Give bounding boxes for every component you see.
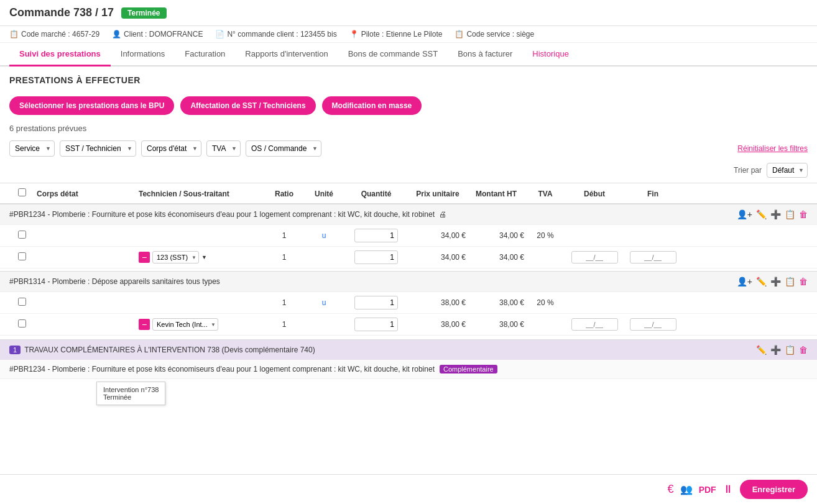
- row-montant-g2-sst: 38,00 €: [468, 320, 524, 329]
- last-prestation-row: #PBR1234 - Plomberie : Fourniture et pos…: [0, 360, 817, 379]
- sort-select[interactable]: Défaut: [767, 163, 808, 178]
- row-quantite-g2-sst[interactable]: [345, 318, 407, 331]
- prestation-row-pbr1234-base: 1 u 34,00 € 34,00 € 20 %: [0, 225, 817, 247]
- row-fin-g2-sst[interactable]: [625, 318, 681, 331]
- delete-icon[interactable]: 🗑: [799, 209, 808, 219]
- edit-icon-2[interactable]: ✏️: [756, 277, 767, 286]
- row-quantite-g2[interactable]: [345, 296, 407, 309]
- copy-icon[interactable]: 📋: [785, 209, 795, 219]
- row-prix-g2-sst: 38,00 €: [410, 320, 466, 329]
- group-header-pbr1234: #PBR1234 - Plomberie : Fourniture et pos…: [0, 204, 817, 225]
- row-montant-g2: 38,00 €: [468, 298, 524, 307]
- row-tva-g2: 20 %: [527, 298, 564, 307]
- delete-icon-2[interactable]: 🗑: [799, 277, 808, 286]
- filter-os-commande-wrapper[interactable]: OS / Commande: [246, 140, 321, 157]
- last-prestation-label: #PBR1234 - Plomberie : Fourniture et pos…: [9, 365, 435, 373]
- filter-os-commande[interactable]: OS / Commande: [246, 140, 321, 157]
- tab-rapports-intervention[interactable]: Rapports d'intervention: [235, 43, 338, 66]
- edit-icon[interactable]: ✏️: [756, 209, 767, 219]
- row-unite-g2: u: [305, 298, 343, 307]
- add-icon-2[interactable]: ➕: [770, 277, 781, 286]
- filter-sst[interactable]: SST / Technicien: [60, 140, 136, 157]
- tooltip-box: Intervention n°738 Terminée: [96, 382, 165, 405]
- row-checkbox-g2-sst[interactable]: [9, 319, 34, 329]
- btn-modification-masse[interactable]: Modification en masse: [322, 96, 422, 115]
- meta-bar: 📋 Code marché : 4657-29 👤 Client : DOMOF…: [0, 26, 817, 43]
- group-header-pbr1314: #PBR1314 - Plomberie : Dépose appareils …: [0, 271, 817, 292]
- filter-corps-etat[interactable]: Corps d'état: [141, 140, 201, 157]
- sst-remove-button[interactable]: −: [139, 252, 150, 263]
- sst-select-wrapper[interactable]: 123 (SST): [152, 251, 199, 263]
- pin-icon: 📍: [349, 30, 359, 39]
- sst-select[interactable]: 123 (SST): [152, 251, 199, 263]
- meta-code-service: 📋 Code service : siège: [455, 30, 534, 39]
- th-unite: Unité: [305, 190, 343, 198]
- tab-informations[interactable]: Informations: [111, 43, 175, 66]
- th-technicien: Technicien / Sous-traitant: [139, 190, 263, 198]
- tooltip-line2: Terminée: [103, 393, 159, 401]
- row-checkbox-2[interactable]: [9, 252, 34, 262]
- row-quantite[interactable]: [345, 229, 407, 242]
- th-debut: Début: [566, 190, 622, 198]
- filter-tva-wrapper[interactable]: TVA: [206, 140, 241, 157]
- reset-filters-link[interactable]: Réinitialiser les filtres: [737, 144, 808, 153]
- quantite-g2-sst-input[interactable]: [354, 318, 398, 331]
- btn-affectation-sst[interactable]: Affectation de SST / Techniciens: [180, 96, 315, 115]
- sort-select-wrapper[interactable]: Défaut: [767, 163, 808, 178]
- prestation-row-pbr1314-base: 1 u 38,00 € 38,00 € 20 %: [0, 292, 817, 314]
- row-checkbox-sst-input[interactable]: [18, 252, 26, 260]
- quantite-input[interactable]: [354, 229, 398, 242]
- th-prix-unitaire: Prix unitaire: [410, 190, 466, 198]
- add-person-icon[interactable]: 👤+: [737, 209, 752, 219]
- filter-sst-wrapper[interactable]: SST / Technicien: [60, 140, 136, 157]
- row-checkbox-input[interactable]: [18, 231, 26, 239]
- delete-icon-bg[interactable]: 🗑: [799, 345, 808, 355]
- user-icon: 👤: [112, 30, 121, 39]
- debut-date-input[interactable]: [571, 251, 618, 263]
- tab-bons-commande-sst[interactable]: Bons de commande SST: [338, 43, 448, 66]
- debut-g2-sst-input[interactable]: [571, 318, 618, 331]
- sst-g2-select-wrapper[interactable]: Kevin Tech (Int...: [152, 318, 218, 331]
- row-unite: u: [305, 231, 343, 240]
- edit-icon-bg[interactable]: ✏️: [756, 345, 767, 355]
- table-header: Corps détat Technicien / Sous-traitant R…: [0, 183, 817, 204]
- row-checkbox-g2-input[interactable]: [18, 298, 26, 306]
- filter-service-wrapper[interactable]: Service: [9, 140, 55, 157]
- tab-facturation[interactable]: Facturation: [175, 43, 235, 66]
- tab-bons-a-facturer[interactable]: Bons à facturer: [448, 43, 522, 66]
- tabs: Suivi des prestations Informations Factu…: [0, 43, 817, 66]
- row-checkbox-g2-sst-input[interactable]: [18, 319, 26, 328]
- sst-remove-button-g2[interactable]: −: [139, 319, 150, 330]
- num-badge: 1: [9, 346, 21, 354]
- row-ratio-g2-sst: 1: [265, 320, 303, 329]
- tab-suivi-prestations[interactable]: Suivi des prestations: [9, 43, 111, 66]
- fin-date-input[interactable]: [630, 251, 676, 263]
- quantite-g2-input[interactable]: [354, 296, 398, 309]
- row-sst: − 123 (SST) ▼: [139, 251, 263, 263]
- row-fin-2[interactable]: [625, 251, 681, 263]
- filter-bar: Service SST / Technicien Corps d'état TV…: [0, 137, 817, 160]
- btn-selectionner-bpu[interactable]: Sélectionner les prestations dans le BPU: [9, 96, 174, 115]
- filter-corps-etat-wrapper[interactable]: Corps d'état: [141, 140, 201, 157]
- filter-service[interactable]: Service: [9, 140, 55, 157]
- add-icon-bg[interactable]: ➕: [770, 345, 781, 355]
- copy-icon-2[interactable]: 📋: [785, 277, 795, 286]
- select-all-checkbox[interactable]: [18, 188, 26, 196]
- row-montant-ht: 34,00 €: [468, 231, 524, 240]
- row-checkbox-3[interactable]: [9, 298, 34, 308]
- tab-historique[interactable]: Historique: [522, 43, 579, 66]
- row-checkbox[interactable]: [9, 231, 34, 241]
- copy-icon-bg[interactable]: 📋: [785, 345, 795, 355]
- row-quantite-2[interactable]: [345, 250, 407, 264]
- add-icon[interactable]: ➕: [770, 209, 781, 219]
- filter-tva[interactable]: TVA: [206, 140, 241, 157]
- row-debut-2[interactable]: [566, 251, 622, 263]
- fin-g2-sst-input[interactable]: [630, 318, 676, 331]
- add-person-icon-2[interactable]: 👤+: [737, 277, 752, 286]
- sst-g2-select[interactable]: Kevin Tech (Int...: [152, 318, 218, 331]
- tooltip-area: Intervention n°738 Terminée: [0, 379, 817, 405]
- row-debut-g2-sst[interactable]: [566, 318, 622, 331]
- row-ratio: 1: [265, 231, 303, 240]
- tooltip-line1: Intervention n°738: [103, 386, 159, 393]
- quantite-sst-input[interactable]: [354, 250, 398, 264]
